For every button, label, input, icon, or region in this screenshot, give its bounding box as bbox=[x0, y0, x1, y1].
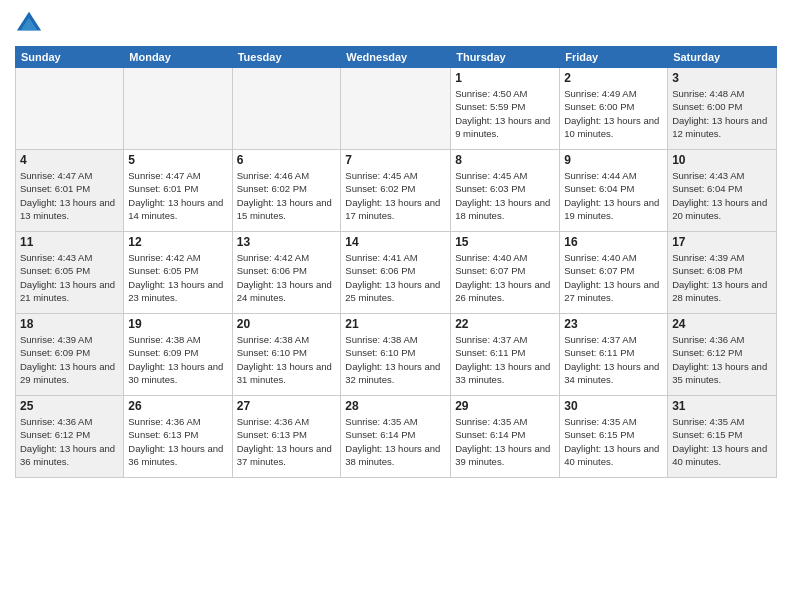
day-info: Sunrise: 4:46 AM Sunset: 6:02 PM Dayligh… bbox=[237, 169, 337, 222]
day-header-thursday: Thursday bbox=[451, 47, 560, 68]
day-info: Sunrise: 4:39 AM Sunset: 6:09 PM Dayligh… bbox=[20, 333, 119, 386]
day-number: 11 bbox=[20, 235, 119, 249]
day-info: Sunrise: 4:38 AM Sunset: 6:09 PM Dayligh… bbox=[128, 333, 227, 386]
calendar-cell: 10Sunrise: 4:43 AM Sunset: 6:04 PM Dayli… bbox=[668, 150, 777, 232]
day-number: 18 bbox=[20, 317, 119, 331]
day-number: 7 bbox=[345, 153, 446, 167]
day-header-friday: Friday bbox=[560, 47, 668, 68]
day-info: Sunrise: 4:47 AM Sunset: 6:01 PM Dayligh… bbox=[128, 169, 227, 222]
day-number: 14 bbox=[345, 235, 446, 249]
day-info: Sunrise: 4:47 AM Sunset: 6:01 PM Dayligh… bbox=[20, 169, 119, 222]
calendar-cell: 31Sunrise: 4:35 AM Sunset: 6:15 PM Dayli… bbox=[668, 396, 777, 478]
calendar-cell bbox=[232, 68, 341, 150]
calendar-cell: 25Sunrise: 4:36 AM Sunset: 6:12 PM Dayli… bbox=[16, 396, 124, 478]
day-info: Sunrise: 4:35 AM Sunset: 6:15 PM Dayligh… bbox=[672, 415, 772, 468]
calendar-cell: 24Sunrise: 4:36 AM Sunset: 6:12 PM Dayli… bbox=[668, 314, 777, 396]
calendar-cell bbox=[341, 68, 451, 150]
calendar-cell: 27Sunrise: 4:36 AM Sunset: 6:13 PM Dayli… bbox=[232, 396, 341, 478]
week-row-1: 1Sunrise: 4:50 AM Sunset: 5:59 PM Daylig… bbox=[16, 68, 777, 150]
calendar-cell: 12Sunrise: 4:42 AM Sunset: 6:05 PM Dayli… bbox=[124, 232, 232, 314]
calendar-cell: 16Sunrise: 4:40 AM Sunset: 6:07 PM Dayli… bbox=[560, 232, 668, 314]
day-number: 27 bbox=[237, 399, 337, 413]
calendar-cell: 3Sunrise: 4:48 AM Sunset: 6:00 PM Daylig… bbox=[668, 68, 777, 150]
day-number: 25 bbox=[20, 399, 119, 413]
day-info: Sunrise: 4:35 AM Sunset: 6:14 PM Dayligh… bbox=[455, 415, 555, 468]
day-number: 17 bbox=[672, 235, 772, 249]
calendar-table: SundayMondayTuesdayWednesdayThursdayFrid… bbox=[15, 46, 777, 478]
day-info: Sunrise: 4:40 AM Sunset: 6:07 PM Dayligh… bbox=[455, 251, 555, 304]
calendar-cell: 5Sunrise: 4:47 AM Sunset: 6:01 PM Daylig… bbox=[124, 150, 232, 232]
day-info: Sunrise: 4:36 AM Sunset: 6:13 PM Dayligh… bbox=[237, 415, 337, 468]
calendar-cell: 23Sunrise: 4:37 AM Sunset: 6:11 PM Dayli… bbox=[560, 314, 668, 396]
day-info: Sunrise: 4:43 AM Sunset: 6:04 PM Dayligh… bbox=[672, 169, 772, 222]
calendar-cell: 22Sunrise: 4:37 AM Sunset: 6:11 PM Dayli… bbox=[451, 314, 560, 396]
calendar-cell: 30Sunrise: 4:35 AM Sunset: 6:15 PM Dayli… bbox=[560, 396, 668, 478]
calendar-cell: 19Sunrise: 4:38 AM Sunset: 6:09 PM Dayli… bbox=[124, 314, 232, 396]
day-number: 15 bbox=[455, 235, 555, 249]
day-number: 12 bbox=[128, 235, 227, 249]
calendar-cell: 28Sunrise: 4:35 AM Sunset: 6:14 PM Dayli… bbox=[341, 396, 451, 478]
day-number: 9 bbox=[564, 153, 663, 167]
calendar-cell: 20Sunrise: 4:38 AM Sunset: 6:10 PM Dayli… bbox=[232, 314, 341, 396]
day-number: 19 bbox=[128, 317, 227, 331]
calendar-cell: 17Sunrise: 4:39 AM Sunset: 6:08 PM Dayli… bbox=[668, 232, 777, 314]
logo bbox=[15, 10, 47, 38]
day-info: Sunrise: 4:38 AM Sunset: 6:10 PM Dayligh… bbox=[237, 333, 337, 386]
day-number: 29 bbox=[455, 399, 555, 413]
week-row-2: 4Sunrise: 4:47 AM Sunset: 6:01 PM Daylig… bbox=[16, 150, 777, 232]
calendar-cell: 14Sunrise: 4:41 AM Sunset: 6:06 PM Dayli… bbox=[341, 232, 451, 314]
day-number: 6 bbox=[237, 153, 337, 167]
calendar-cell bbox=[16, 68, 124, 150]
day-number: 30 bbox=[564, 399, 663, 413]
day-number: 24 bbox=[672, 317, 772, 331]
day-info: Sunrise: 4:35 AM Sunset: 6:14 PM Dayligh… bbox=[345, 415, 446, 468]
day-info: Sunrise: 4:49 AM Sunset: 6:00 PM Dayligh… bbox=[564, 87, 663, 140]
day-info: Sunrise: 4:48 AM Sunset: 6:00 PM Dayligh… bbox=[672, 87, 772, 140]
week-row-5: 25Sunrise: 4:36 AM Sunset: 6:12 PM Dayli… bbox=[16, 396, 777, 478]
day-number: 4 bbox=[20, 153, 119, 167]
day-header-wednesday: Wednesday bbox=[341, 47, 451, 68]
calendar-cell: 13Sunrise: 4:42 AM Sunset: 6:06 PM Dayli… bbox=[232, 232, 341, 314]
day-number: 23 bbox=[564, 317, 663, 331]
day-number: 1 bbox=[455, 71, 555, 85]
calendar-cell: 26Sunrise: 4:36 AM Sunset: 6:13 PM Dayli… bbox=[124, 396, 232, 478]
calendar-cell: 7Sunrise: 4:45 AM Sunset: 6:02 PM Daylig… bbox=[341, 150, 451, 232]
day-info: Sunrise: 4:50 AM Sunset: 5:59 PM Dayligh… bbox=[455, 87, 555, 140]
calendar-page: SundayMondayTuesdayWednesdayThursdayFrid… bbox=[0, 0, 792, 612]
header bbox=[15, 10, 777, 38]
day-number: 13 bbox=[237, 235, 337, 249]
day-number: 20 bbox=[237, 317, 337, 331]
day-number: 31 bbox=[672, 399, 772, 413]
day-number: 28 bbox=[345, 399, 446, 413]
day-info: Sunrise: 4:38 AM Sunset: 6:10 PM Dayligh… bbox=[345, 333, 446, 386]
day-info: Sunrise: 4:41 AM Sunset: 6:06 PM Dayligh… bbox=[345, 251, 446, 304]
calendar-cell: 1Sunrise: 4:50 AM Sunset: 5:59 PM Daylig… bbox=[451, 68, 560, 150]
day-header-monday: Monday bbox=[124, 47, 232, 68]
day-info: Sunrise: 4:36 AM Sunset: 6:12 PM Dayligh… bbox=[20, 415, 119, 468]
day-number: 8 bbox=[455, 153, 555, 167]
week-row-4: 18Sunrise: 4:39 AM Sunset: 6:09 PM Dayli… bbox=[16, 314, 777, 396]
day-info: Sunrise: 4:45 AM Sunset: 6:02 PM Dayligh… bbox=[345, 169, 446, 222]
calendar-cell: 6Sunrise: 4:46 AM Sunset: 6:02 PM Daylig… bbox=[232, 150, 341, 232]
day-header-saturday: Saturday bbox=[668, 47, 777, 68]
day-info: Sunrise: 4:35 AM Sunset: 6:15 PM Dayligh… bbox=[564, 415, 663, 468]
day-info: Sunrise: 4:37 AM Sunset: 6:11 PM Dayligh… bbox=[455, 333, 555, 386]
calendar-cell: 9Sunrise: 4:44 AM Sunset: 6:04 PM Daylig… bbox=[560, 150, 668, 232]
day-number: 16 bbox=[564, 235, 663, 249]
calendar-cell bbox=[124, 68, 232, 150]
calendar-cell: 29Sunrise: 4:35 AM Sunset: 6:14 PM Dayli… bbox=[451, 396, 560, 478]
day-info: Sunrise: 4:45 AM Sunset: 6:03 PM Dayligh… bbox=[455, 169, 555, 222]
day-number: 2 bbox=[564, 71, 663, 85]
day-info: Sunrise: 4:36 AM Sunset: 6:12 PM Dayligh… bbox=[672, 333, 772, 386]
calendar-cell: 21Sunrise: 4:38 AM Sunset: 6:10 PM Dayli… bbox=[341, 314, 451, 396]
day-number: 5 bbox=[128, 153, 227, 167]
day-info: Sunrise: 4:39 AM Sunset: 6:08 PM Dayligh… bbox=[672, 251, 772, 304]
calendar-cell: 11Sunrise: 4:43 AM Sunset: 6:05 PM Dayli… bbox=[16, 232, 124, 314]
day-number: 21 bbox=[345, 317, 446, 331]
day-number: 3 bbox=[672, 71, 772, 85]
day-header-tuesday: Tuesday bbox=[232, 47, 341, 68]
day-info: Sunrise: 4:42 AM Sunset: 6:06 PM Dayligh… bbox=[237, 251, 337, 304]
day-number: 22 bbox=[455, 317, 555, 331]
calendar-header-row: SundayMondayTuesdayWednesdayThursdayFrid… bbox=[16, 47, 777, 68]
calendar-cell: 15Sunrise: 4:40 AM Sunset: 6:07 PM Dayli… bbox=[451, 232, 560, 314]
